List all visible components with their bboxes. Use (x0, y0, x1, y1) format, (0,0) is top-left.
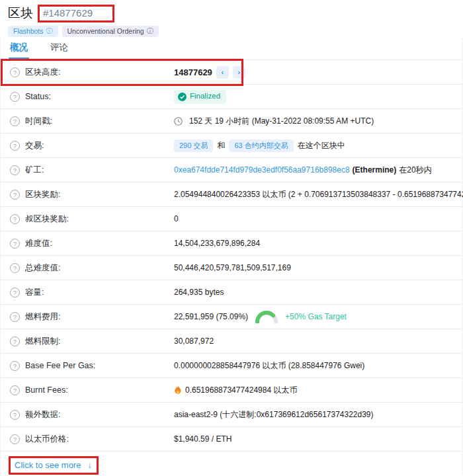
uncle-reward-value: 0 (174, 214, 179, 223)
gas-limit-value: 30,087,972 (174, 337, 214, 346)
info-icon[interactable]: ⓘ (147, 28, 153, 34)
row-transactions: ? 交易: 290 交易 和 63 合约内部交易 在这个区块中 (1, 134, 462, 158)
row-burnt-fees: ? Burnt Fees: 0.651968873477424984 以太币 (1, 378, 462, 403)
eth-price-value: $1,940.59 / ETH (174, 434, 232, 444)
miner-time-text: 在20秒内 (399, 165, 431, 176)
flame-icon (174, 385, 182, 395)
row-eth-price: ? 以太币价格: $1,940.59 / ETH (1, 427, 462, 452)
card-footer: Click to see more ↓ (1, 452, 462, 475)
difficulty-value: 14,504,233,679,896,284 (174, 239, 260, 248)
block-number-annotation: #14877629 (38, 5, 114, 22)
status-badge-label: Finalized (190, 93, 220, 100)
row-label: 额外数据: (25, 409, 60, 420)
row-label: 矿工: (25, 165, 44, 176)
row-label: Base Fee Per Gas: (25, 361, 95, 370)
help-icon[interactable]: ? (10, 141, 20, 151)
row-label: 区块奖励: (25, 189, 60, 200)
miner-address-link[interactable]: 0xea674fdde714fd979de3edf0f56aa9716b898e… (174, 165, 350, 175)
row-label: Status: (25, 92, 51, 101)
unconventional-ordering-badge: Unconventional Ordering ⓘ (62, 26, 159, 37)
base-fee-value: 0.000000028858447976 以太币 (28.858447976 G… (174, 360, 364, 372)
total-difficulty-value: 50,446,420,579,781,509,517,169 (174, 263, 291, 272)
help-icon[interactable]: ? (10, 214, 20, 224)
row-block-height: ? 区块高度: 14877629 ‹ › (1, 60, 462, 85)
row-status: ? Status: Finalized (1, 85, 462, 109)
see-more-annotation: Click to see more ↓ (9, 456, 99, 475)
arrow-down-icon[interactable]: ↓ (87, 461, 91, 470)
help-icon[interactable]: ? (10, 263, 20, 273)
flashbots-badge: Flashbots ⓘ (8, 26, 58, 37)
gas-gauge-icon (255, 310, 278, 323)
help-icon[interactable]: ? (10, 116, 20, 126)
row-difficulty: ? 难度值: 14,504,233,679,896,284 (1, 231, 462, 256)
help-icon[interactable]: ? (10, 337, 20, 346)
gas-used-value: 22,591,959 (75.09%) (174, 312, 248, 321)
tab-bar: 概况 评论 (0, 38, 463, 60)
transactions-and-text: 和 (217, 140, 225, 151)
click-to-see-more-link[interactable]: Click to see more (15, 460, 81, 470)
row-label: 区块高度: (25, 67, 60, 78)
clock-icon (174, 117, 183, 126)
help-icon[interactable]: ? (10, 67, 20, 77)
row-gas-used: ? 燃料费用: 22,591,959 (75.09%) +50% Gas Tar… (1, 305, 462, 329)
info-icon[interactable]: ⓘ (46, 28, 53, 34)
row-label: 燃料限制: (25, 336, 60, 347)
page-header: 区块 #14877629 Flashbots ⓘ Unconventional … (0, 0, 463, 38)
gas-target-text: +50% Gas Target (285, 312, 347, 321)
row-label: 容量: (25, 287, 44, 298)
row-size: ? 容量: 264,935 bytes (1, 280, 462, 305)
row-block-reward: ? 区块奖励: 2.054944840026423353 以太币 (2 + 0.… (1, 182, 462, 207)
help-icon[interactable]: ? (10, 239, 20, 249)
row-total-difficulty: ? 总难度值: 50,446,420,579,781,509,517,169 (1, 256, 462, 280)
row-label: 叔区块奖励: (25, 214, 69, 225)
block-details-card: ? 区块高度: 14877629 ‹ › ? Status: Finalized… (0, 60, 463, 475)
size-value: 264,935 bytes (174, 288, 224, 297)
help-icon[interactable]: ? (10, 165, 20, 175)
help-icon[interactable]: ? (10, 312, 20, 322)
check-circle-icon (178, 93, 187, 101)
tab-overview[interactable]: 概况 (9, 38, 29, 60)
row-base-fee: ? Base Fee Per Gas: 0.000000028858447976… (1, 354, 462, 378)
page-title: 区块 (8, 5, 33, 22)
flashbots-badge-label: Flashbots (13, 28, 44, 35)
help-icon[interactable]: ? (10, 361, 20, 371)
row-label: 总难度值: (25, 262, 60, 274)
row-label: 时间戳: (25, 116, 52, 127)
help-icon[interactable]: ? (10, 385, 20, 395)
row-extra-data: ? 额外数据: asia-east2-9 (十六进制:0x617369612d6… (1, 403, 462, 427)
help-icon[interactable]: ? (10, 288, 20, 298)
tab-comments[interactable]: 评论 (49, 38, 69, 60)
extra-data-value: asia-east2-9 (十六进制:0x617369612d656173743… (174, 409, 374, 420)
row-label: 难度值: (25, 238, 52, 249)
status-badge: Finalized (174, 90, 226, 104)
help-icon[interactable]: ? (10, 190, 20, 200)
unconventional-ordering-badge-label: Unconventional Ordering (67, 28, 144, 35)
row-timestamp: ? 时间戳: 152 天 19 小时前 (May-31-2022 08:09:5… (1, 109, 462, 134)
miner-name: (Ethermine) (353, 165, 397, 175)
row-label: Burnt Fees: (25, 385, 68, 395)
row-label: 燃料费用: (25, 311, 60, 323)
previous-block-button[interactable]: ‹ (216, 66, 229, 79)
next-block-button[interactable]: › (233, 66, 245, 79)
row-label: 以太币价格: (25, 434, 69, 445)
block-number: #14877629 (43, 7, 93, 19)
burnt-fees-value: 0.651968873477424984 以太币 (185, 385, 297, 396)
help-icon[interactable]: ? (10, 410, 20, 420)
transactions-suffix-text: 在这个区块中 (298, 140, 345, 151)
header-badges: Flashbots ⓘ Unconventional Ordering ⓘ (8, 26, 455, 37)
row-gas-limit: ? 燃料限制: 30,087,972 (1, 329, 462, 354)
help-icon[interactable]: ? (10, 434, 20, 444)
internal-transactions-link[interactable]: 63 合约内部交易 (229, 139, 293, 152)
timestamp-value: 152 天 19 小时前 (May-31-2022 08:09:55 AM +U… (189, 116, 374, 127)
block-reward-value: 2.054944840026423353 以太币 (2 + 0.70691371… (174, 189, 463, 200)
row-uncle-reward: ? 叔区块奖励: 0 (1, 207, 462, 231)
row-label: 交易: (25, 140, 44, 151)
transactions-link[interactable]: 290 交易 (174, 139, 213, 152)
row-miner: ? 矿工: 0xea674fdde714fd979de3edf0f56aa971… (1, 158, 462, 182)
help-icon[interactable]: ? (10, 92, 20, 102)
block-height-value: 14877629 (174, 67, 212, 77)
